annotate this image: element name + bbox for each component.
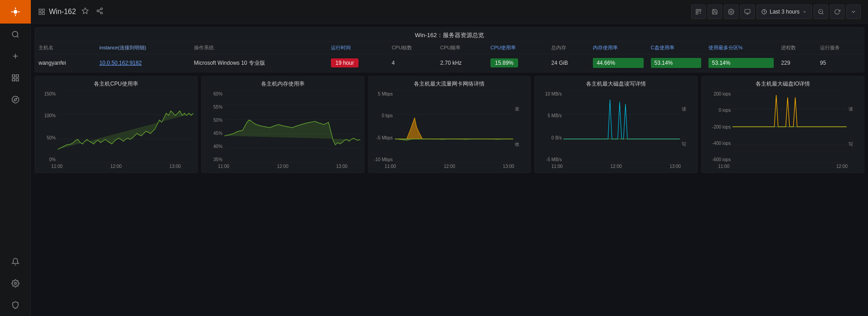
svg-point-9 [14,282,16,285]
svg-marker-14 [82,8,88,14]
svg-marker-46 [395,139,514,140]
svg-line-29 [822,13,824,14]
alerting-icon[interactable] [6,253,24,271]
overview-panel-title: Win-162：服务器资源总览 [35,28,864,42]
cpu-chart-panel: 各主机CPU使用率 150% 100% 50% 0% [34,76,198,173]
svg-rect-12 [39,12,41,14]
disk-io-chart-panel: 各主机最大磁盘IO详情 200 iops 0 iops -200 iops -4… [701,76,864,173]
network-svg-area [395,91,514,163]
refresh-button[interactable] [830,5,844,19]
svg-rect-10 [39,9,41,11]
memory-chart-panel: 各主机内存使用率 60% 55% 50% 45% 40% 35% [201,76,364,173]
add-panel-button[interactable] [691,5,706,19]
grafana-logo[interactable] [0,0,31,24]
share-button[interactable] [94,5,105,18]
cell-mem-usage: 44.66% [589,54,647,72]
cell-cpu-usage: 15.89% [487,54,548,72]
svg-rect-20 [696,9,698,11]
more-options-button[interactable] [846,5,861,19]
sidebar [0,0,31,316]
uptime-badge: 19 hour [331,58,359,67]
memory-chart-area: 60% 55% 50% 45% 40% 35% [205,91,360,163]
cell-instance[interactable]: 10.0.50.162:9182 [96,54,190,72]
svg-point-15 [101,8,102,10]
explore-icon[interactable] [6,91,24,109]
table-row: wangyanfei 10.0.50.162:9182 Microsoft Wi… [35,54,864,72]
network-y-labels: 5 Mbps 0 bps -5 Mbps -10 Mbps [372,91,395,163]
cell-max-partition: 53.14% [705,54,778,72]
instance-link[interactable]: 10.0.50.162:9182 [99,60,141,66]
network-x-labels: 11:00 12:00 13:00 [372,163,527,169]
svg-point-1 [13,10,17,14]
cell-cpu-freq: 2.70 kHz [436,54,487,72]
zoom-out-button[interactable] [814,5,828,19]
cell-cpu-cores: 4 [388,54,436,72]
cell-uptime: 19 hour [327,54,388,72]
svg-rect-22 [696,12,698,14]
cell-os: Microsoft Windows 10 专业版 [190,54,327,72]
disk-io-chart-title: 各主机最大磁盘IO详情 [705,80,860,88]
cpu-chart-area: 150% 100% 50% 0% [39,91,194,163]
dashboard-settings-button[interactable] [724,5,738,19]
page-title: Win-162 [49,8,76,16]
cpu-chart-title: 各主机CPU使用率 [39,80,194,88]
col-processes: 进程数 [777,42,816,54]
topbar: Win-162 [31,0,868,24]
svg-rect-5 [12,79,15,81]
cpu-usage-badge: 15.89% [490,58,518,67]
shield-icon[interactable] [6,296,24,314]
dashboard-title-area: Win-162 [38,8,76,16]
dashboard-content: Win-162：服务器资源总览 主机名 instance(连接到明细) 操作系统… [31,24,868,316]
svg-point-2 [12,31,18,37]
col-uptime: 运行时间 [327,42,388,54]
col-total-mem: 总内存 [548,42,589,54]
svg-rect-6 [16,79,18,81]
disk-rw-chart-panel: 各主机最大磁盘读写详情 10 MB/s 5 MB/s 0 B/s -5 MB/s [534,76,698,173]
col-services: 运行服务 [816,42,864,54]
svg-point-17 [101,12,102,14]
disk-rw-x-labels: 11:00 12:00 13:00 [538,163,693,169]
col-hostname: 主机名 [35,42,96,54]
col-mem-usage: 内存使用率 [589,42,647,54]
memory-x-labels: 11:00 12:00 13:00 [205,163,360,169]
c-disk-badge: 53.14% [651,58,701,68]
svg-marker-45 [395,118,514,139]
svg-rect-3 [12,75,15,77]
col-max-partition: 使用最多分区% [705,42,778,54]
network-chart-area: 5 Mbps 0 bps -5 Mbps -10 Mbps [372,91,527,163]
network-chart-title: 各主机最大流量网卡网络详情 [372,80,527,88]
svg-rect-21 [699,9,701,11]
disk-rw-svg-area [563,91,680,163]
max-partition-badge: 53.14% [708,58,774,68]
save-button[interactable] [708,5,722,19]
network-chart-panel: 各主机最大流量网卡网络详情 5 Mbps 0 bps -5 Mbps -10 M… [368,76,531,173]
search-icon[interactable] [6,25,24,43]
col-instance: instance(连接到明细) [96,42,190,54]
cpu-svg-area [58,91,194,163]
topbar-actions: Last 3 hours [691,5,861,19]
svg-point-23 [730,11,732,13]
cell-services: 95 [816,54,864,72]
dashboards-icon[interactable] [6,69,24,87]
memory-y-labels: 60% 55% 50% 45% 40% 35% [205,91,224,163]
settings-icon[interactable] [6,274,24,292]
disk-rw-chart-title: 各主机最大磁盘读写详情 [538,80,693,88]
col-os: 操作系统 [190,42,327,54]
star-button[interactable] [80,5,91,18]
svg-rect-24 [745,9,750,13]
svg-line-18 [98,11,101,13]
add-icon[interactable] [6,47,24,65]
memory-svg-area [224,91,360,163]
disk-io-svg-area [732,91,847,163]
time-range-picker[interactable]: Last 3 hours [756,5,812,19]
col-cpu-cores: CPU核数 [388,42,436,54]
charts-row: 各主机CPU使用率 150% 100% 50% 0% [34,76,864,173]
disk-io-x-labels: 11:00 12:00 [705,163,860,169]
mem-usage-badge: 44.66% [593,58,643,68]
disk-io-y-labels: 200 iops 0 iops -200 iops -400 iops -600… [705,91,732,163]
disk-rw-chart-area: 10 MB/s 5 MB/s 0 B/s -5 MB/s [538,91,693,163]
time-range-label: Last 3 hours [770,9,800,15]
col-cpu-usage: CPU使用率 [487,42,548,54]
tv-mode-button[interactable] [740,5,755,19]
cell-hostname: wangyanfei [35,54,96,72]
